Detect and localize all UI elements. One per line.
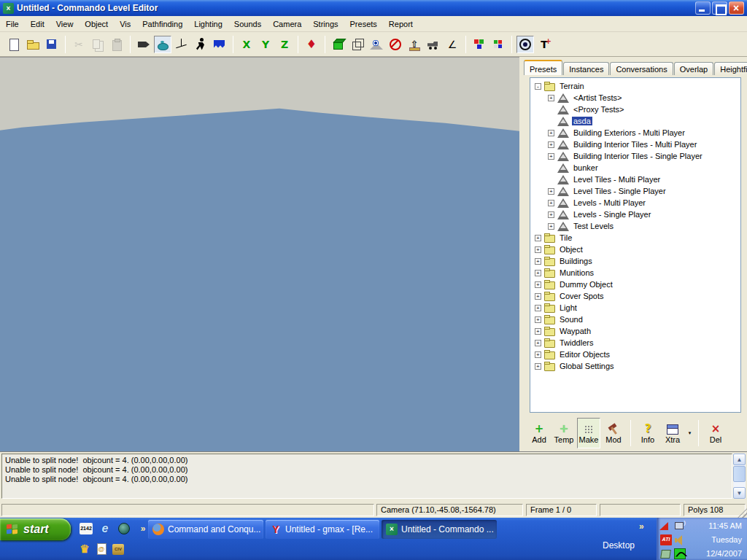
taskbar-task[interactable]: ×Untitled - Commando ... — [382, 520, 497, 539]
xtra-button[interactable]: Xtra — [661, 418, 684, 448]
tree-item[interactable]: +Levels - Multi Player — [530, 197, 740, 209]
tree-item[interactable]: +Twiddlers — [530, 337, 740, 349]
quicklaunch-globe-icon[interactable] — [117, 521, 131, 536]
tab-heightfield[interactable]: Heightfield — [714, 62, 747, 75]
tree-item[interactable]: +Building Exteriors - Multi Player — [530, 127, 740, 139]
tree-item[interactable]: <Proxy Tests> — [530, 104, 740, 115]
expander-plus-icon[interactable]: + — [535, 293, 541, 300]
scroll-down-icon[interactable]: ▼ — [733, 487, 746, 499]
expander-plus-icon[interactable]: + — [548, 130, 554, 136]
volume-icon[interactable] — [674, 534, 686, 545]
save-button[interactable] — [43, 36, 61, 53]
del-button[interactable]: ×Del — [704, 418, 727, 448]
tree-item[interactable]: +Tile — [530, 232, 740, 244]
new-button[interactable] — [5, 36, 23, 53]
menu-item-lighting[interactable]: Lighting — [188, 18, 228, 31]
text-tool-button[interactable]: T — [535, 36, 553, 53]
menu-item-presets[interactable]: Presets — [344, 18, 383, 31]
stamp-button[interactable]: ⇧ — [406, 36, 423, 53]
desktop-toolbar-label[interactable]: Desktop — [603, 540, 635, 551]
z-axis-button[interactable]: Z — [276, 36, 293, 53]
expander-plus-icon[interactable]: + — [548, 223, 554, 230]
expander-plus-icon[interactable]: + — [535, 328, 541, 335]
expander-plus-icon[interactable]: + — [535, 281, 541, 288]
expander-plus-icon[interactable]: + — [548, 200, 554, 206]
expander-plus-icon[interactable]: + — [548, 188, 554, 195]
expander-plus-icon[interactable]: + — [535, 270, 541, 276]
menu-item-vis[interactable]: Vis — [114, 18, 136, 31]
tree-item[interactable]: +Light — [530, 302, 740, 314]
tree-item[interactable]: +Waypath — [530, 325, 740, 337]
quicklaunch-document-at-icon[interactable]: @ — [94, 542, 109, 556]
rgb-cubes-button[interactable] — [471, 36, 488, 53]
teapot-button[interactable] — [154, 36, 171, 53]
tree-item[interactable]: -Terrain — [530, 80, 740, 92]
tree-item[interactable]: +<Artist Tests> — [530, 92, 740, 104]
tab-instances[interactable]: Instances — [563, 62, 609, 75]
menu-item-object[interactable]: Object — [79, 18, 114, 31]
angle-button[interactable]: ∠ — [444, 36, 461, 53]
wire-cube-button[interactable] — [349, 36, 366, 53]
axis-button[interactable] — [173, 36, 190, 53]
expander-plus-icon[interactable]: + — [535, 258, 541, 265]
flag-button[interactable] — [211, 36, 228, 53]
minimize-button[interactable] — [695, 1, 711, 15]
expander-minus-icon[interactable]: - — [535, 83, 541, 90]
expander-plus-icon[interactable]: + — [548, 141, 554, 148]
preset-tree[interactable]: -Terrain+<Artist Tests><Proxy Tests>asda… — [530, 77, 741, 413]
temp-button[interactable]: +Temp — [552, 418, 576, 448]
mod-button[interactable]: Mod — [602, 418, 625, 448]
tree-item[interactable]: asda — [530, 115, 740, 127]
tree-item[interactable]: +Cover Spots — [530, 290, 740, 302]
menu-item-strings[interactable]: Strings — [307, 18, 344, 31]
tree-item[interactable]: +Building Interior Tiles - Single Player — [530, 150, 740, 162]
runner-button[interactable] — [192, 36, 209, 53]
dropdown-arrow-icon[interactable]: ▾ — [686, 427, 694, 439]
log-scrollbar[interactable]: ▲ ▼ — [733, 454, 746, 499]
taskbar-task[interactable]: Command and Conqu... — [148, 520, 263, 539]
quicklaunch-crown-icon[interactable]: ♛ — [77, 542, 92, 556]
expander-plus-icon[interactable]: + — [548, 153, 554, 160]
tree-item[interactable]: +Test Levels — [530, 220, 740, 232]
close-button[interactable] — [729, 1, 744, 15]
tree-item[interactable]: +Building Interior Tiles - Multi Player — [530, 139, 740, 150]
tree-item[interactable]: +Sound — [530, 314, 740, 325]
tree-item[interactable]: +Levels - Single Player — [530, 209, 740, 220]
taskbar-task[interactable]: YUntitled - gmax - [Re... — [266, 520, 379, 539]
dolly-button[interactable] — [425, 36, 442, 53]
tab-overlap[interactable]: Overlap — [674, 62, 714, 75]
ati-icon[interactable]: ATI — [660, 534, 672, 545]
tree-item[interactable]: +Buildings — [530, 255, 740, 267]
tree-item[interactable]: +Level Tiles - Single Player — [530, 185, 740, 197]
quicklaunch-ie-icon[interactable]: e — [98, 521, 112, 536]
remote-monitor-icon[interactable] — [674, 521, 686, 532]
open-button[interactable] — [24, 36, 42, 53]
x-axis-button[interactable]: X — [238, 36, 255, 53]
tree-item[interactable]: bunker — [530, 162, 740, 174]
scrollbar-thumb[interactable] — [733, 466, 746, 482]
paste-button[interactable] — [108, 36, 125, 53]
desktop-chevron-icon[interactable]: » — [639, 521, 644, 532]
expander-plus-icon[interactable]: + — [535, 305, 541, 311]
3d-viewport[interactable] — [0, 57, 519, 451]
menu-item-edit[interactable]: Edit — [25, 18, 50, 31]
menu-item-report[interactable]: Report — [383, 18, 419, 31]
expander-plus-icon[interactable]: + — [535, 340, 541, 346]
add-button[interactable]: +Add — [527, 418, 551, 448]
menu-item-camera[interactable]: Camera — [267, 18, 307, 31]
expander-plus-icon[interactable]: + — [535, 363, 541, 370]
expander-plus-icon[interactable]: + — [548, 211, 554, 218]
camera-button[interactable] — [135, 36, 152, 53]
cut-button[interactable]: ✂ — [70, 36, 88, 53]
y-axis-button[interactable]: Y — [257, 36, 274, 53]
expander-plus-icon[interactable]: + — [548, 95, 554, 101]
ati-tray-icon[interactable] — [660, 521, 672, 532]
tree-item[interactable]: +Global Settings — [530, 360, 740, 372]
expander-plus-icon[interactable]: + — [535, 351, 541, 358]
tree-item[interactable]: +Editor Objects — [530, 349, 740, 360]
quicklaunch-civ-icon[interactable]: CIV — [111, 542, 125, 556]
updates-icon[interactable] — [660, 548, 672, 559]
tree-item[interactable]: +Object — [530, 244, 740, 255]
maximize-button[interactable] — [712, 1, 727, 15]
tree-item[interactable]: +Munitions — [530, 267, 740, 279]
